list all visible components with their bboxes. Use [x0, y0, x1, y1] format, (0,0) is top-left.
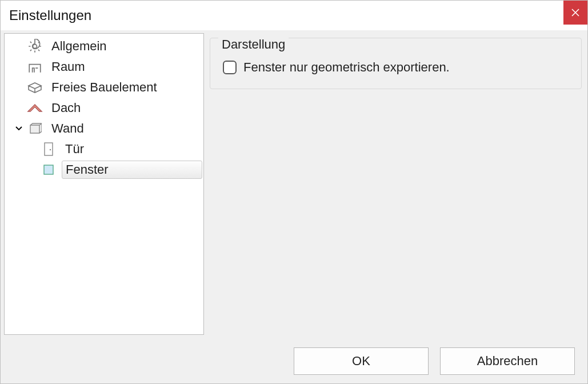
tree-item-tuer[interactable]: Tür: [5, 139, 203, 159]
gear-icon: [26, 38, 43, 54]
checkbox-row: Fenster nur geometrisch exportieren.: [223, 60, 569, 75]
group-title: Darstellung: [218, 37, 289, 52]
tree-item-label: Raum: [51, 59, 85, 74]
door-icon: [40, 141, 57, 157]
ok-button[interactable]: OK: [294, 347, 429, 375]
button-label: Abbrechen: [477, 354, 538, 369]
checkbox-label: Fenster nur geometrisch exportieren.: [243, 60, 450, 75]
button-label: OK: [352, 354, 370, 369]
settings-panel: Darstellung Fenster nur geometrisch expo…: [204, 31, 587, 339]
darstellung-group: Darstellung Fenster nur geometrisch expo…: [210, 38, 582, 89]
chevron-down-icon[interactable]: [14, 125, 24, 132]
geometric-export-checkbox[interactable]: [223, 61, 237, 74]
close-button[interactable]: [563, 1, 587, 25]
tree-item-allgemein[interactable]: Allgemein: [5, 36, 203, 57]
button-bar: OK Abbrechen: [1, 339, 587, 383]
tree-item-raum[interactable]: Raum: [5, 57, 203, 77]
cancel-button[interactable]: Abbrechen: [440, 347, 575, 375]
tree-item-label: Dach: [51, 101, 81, 115]
roof-icon: [26, 100, 43, 116]
tree-item-label: Fenster: [66, 162, 109, 177]
tree-item-dach[interactable]: Dach: [5, 98, 203, 118]
svg-rect-1: [45, 143, 53, 155]
titlebar: Einstellungen: [1, 1, 587, 30]
close-icon: [571, 9, 579, 17]
settings-dialog: Einstellungen Allgemein Raum: [0, 0, 588, 384]
svg-point-2: [50, 149, 51, 150]
window-title: Einstellungen: [9, 7, 91, 23]
box-icon: [26, 79, 43, 95]
tree-item-label: Freies Bauelement: [51, 80, 157, 94]
window-icon: [40, 162, 57, 178]
svg-point-0: [33, 45, 37, 49]
tree-item-label: Wand: [51, 121, 84, 135]
wall-icon: [26, 121, 43, 137]
tree-item-wand[interactable]: Wand: [5, 118, 203, 139]
category-tree: Allgemein Raum Freies Bauelement: [4, 33, 204, 335]
tree-item-label: Tür: [65, 142, 84, 156]
dialog-body: Allgemein Raum Freies Bauelement: [1, 30, 587, 339]
tree-item-freies-bauelement[interactable]: Freies Bauelement: [5, 77, 203, 98]
svg-rect-3: [44, 165, 53, 174]
tree-item-fenster[interactable]: Fenster: [5, 159, 203, 180]
room-icon: [26, 59, 43, 75]
tree-item-label: Allgemein: [51, 39, 107, 53]
